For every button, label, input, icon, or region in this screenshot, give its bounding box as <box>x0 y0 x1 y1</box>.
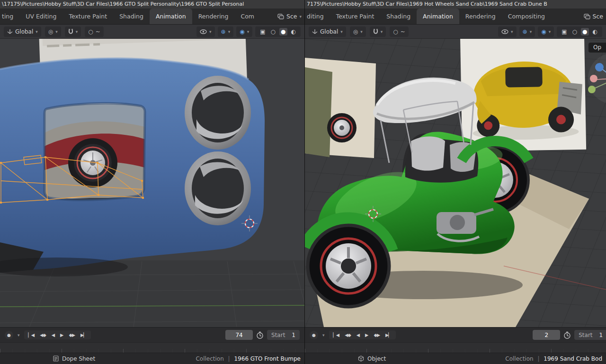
tab-uv-editing-partial[interactable]: diting <box>305 9 330 24</box>
proportional-editing-controls[interactable]: ○ ~ <box>390 27 409 37</box>
scene-selector[interactable]: Sce ▾ <box>275 9 304 24</box>
gizmo-icon: ⊕ <box>221 29 226 35</box>
jump-to-end-button[interactable]: ▶▏ <box>383 331 394 338</box>
statusbar: Object Collection | 1969 Sand Crab Bod <box>305 353 606 364</box>
window-title: \17175\Pictures\Hobby Stuff\3D Car Files… <box>0 0 304 9</box>
pivot-point-dropdown[interactable]: ◎ ▾ <box>350 27 366 37</box>
window-title: 7175\Pictures\Hobby Stuff\3D Car Files\1… <box>305 0 606 9</box>
active-object-breadcrumb: Collection | 1969 Sand Crab Bod <box>505 355 602 362</box>
tab-uv-editing[interactable]: UV Editing <box>19 9 62 24</box>
magnet-icon <box>373 28 378 35</box>
xray-toggle[interactable]: ▣ <box>258 28 267 36</box>
gizmos-dropdown[interactable]: ⊕ ▾ <box>218 27 234 37</box>
visibility-dropdown[interactable]: ▾ <box>196 27 215 37</box>
workspace-tabbar: ting UV Editing Texture Paint Shading An… <box>0 9 304 25</box>
tab-shading[interactable]: Shading <box>113 9 150 24</box>
play-reverse-button[interactable]: ◀ <box>354 331 362 338</box>
dopesheet-ruler[interactable] <box>305 342 606 353</box>
proportional-editing-controls[interactable]: ○ ~ <box>85 27 104 37</box>
magnet-icon <box>68 28 73 35</box>
tab-shading[interactable]: Shading <box>380 9 417 24</box>
shading-wireframe-button[interactable]: ○ <box>269 28 277 36</box>
breadcrumb-separator: | <box>226 355 232 362</box>
play-button[interactable]: ▶ <box>58 331 65 338</box>
overlays-dropdown[interactable]: ◉ ▾ <box>236 27 252 37</box>
xray-toggle[interactable]: ▣ <box>560 28 568 36</box>
mode-label[interactable]: Object <box>367 355 386 362</box>
pivot-icon: ◎ <box>48 29 53 35</box>
snap-controls[interactable]: ▾ <box>370 27 386 37</box>
3d-scene-gto[interactable]: GTO <box>0 39 304 327</box>
viewport-header-right: ▾ ⊕ ▾ ◉ ▾ ▣ ○ ● ◐ <box>196 27 301 37</box>
frame-start-field[interactable]: Start 1 <box>267 330 300 340</box>
clock-icon <box>256 331 264 339</box>
tab-animation[interactable]: Animation <box>417 9 459 24</box>
tab-texture-paint[interactable]: Texture Paint <box>330 9 381 24</box>
blender-window-sandcrab: 7175\Pictures\Hobby Stuff\3D Car Files\1… <box>304 0 606 364</box>
3d-scene-sandcrab[interactable] <box>305 39 606 327</box>
visibility-dropdown[interactable]: ▾ <box>498 27 517 37</box>
tab-animation[interactable]: Animation <box>150 9 192 24</box>
shading-material-button[interactable]: ◐ <box>290 28 297 36</box>
scene-icon <box>584 14 590 19</box>
next-keyframe-button[interactable]: ◆▶ <box>66 331 77 338</box>
previous-keyframe-button[interactable]: ◀◆ <box>342 331 353 338</box>
reference-card-left <box>305 58 376 158</box>
chevron-down-icon: ▾ <box>228 29 231 34</box>
tab-compositing[interactable]: Compositing <box>502 9 551 24</box>
gizmo-y-axis-ball[interactable] <box>588 86 596 93</box>
proportional-edit-icon: ○ <box>88 29 93 35</box>
tab-rendering[interactable]: Rendering <box>192 9 235 24</box>
orientation-axes-icon <box>312 29 318 35</box>
shading-solid-button[interactable]: ● <box>581 28 588 36</box>
transform-orientation-dropdown[interactable]: Global ▾ <box>4 27 41 37</box>
viewport-header-right: ▾ ⊕ ▾ ◉ ▾ ▣ ○ ● ◐ <box>498 27 602 37</box>
pivot-point-dropdown[interactable]: ◎ ▾ <box>45 27 61 37</box>
viewport-3d-gto[interactable]: GTO <box>0 39 304 327</box>
current-frame-field[interactable]: 2 <box>533 330 560 340</box>
breadcrumb-collection: Collection <box>196 355 223 362</box>
options-dropdown[interactable]: Op <box>588 43 606 53</box>
viewport-3d-sandcrab[interactable]: Op <box>305 39 606 327</box>
playback-controls: ▏◀ ◀◆ ◀ ▶ ◆▶ ▶▏ <box>24 330 91 339</box>
shading-material-button[interactable]: ◐ <box>591 28 599 36</box>
editor-type-label[interactable]: Dope Sheet <box>62 355 95 362</box>
keying-dropdown[interactable]: ▾ <box>321 333 326 337</box>
start-label: Start <box>271 332 285 338</box>
shading-solid-button[interactable]: ● <box>279 28 287 36</box>
shading-wireframe-button[interactable]: ○ <box>571 28 579 36</box>
current-frame-field[interactable]: 74 <box>225 330 253 340</box>
previous-keyframe-button[interactable]: ◀◆ <box>37 331 48 338</box>
eye-icon <box>501 29 508 34</box>
breadcrumb-separator: | <box>535 355 542 362</box>
tab-rendering[interactable]: Rendering <box>459 9 502 24</box>
overlays-icon: ◉ <box>240 29 244 35</box>
keying-dropdown[interactable]: ▾ <box>17 333 21 337</box>
gizmo-x-axis-ball[interactable] <box>590 75 597 82</box>
auto-keyframe-button[interactable]: ● <box>5 331 13 339</box>
breadcrumb-collection: Collection <box>505 355 533 362</box>
tab-compositing-partial[interactable]: Com <box>234 9 260 24</box>
jump-to-start-button[interactable]: ▏◀ <box>26 331 37 338</box>
play-reverse-button[interactable]: ◀ <box>49 331 57 338</box>
gizmo-z-axis-ball[interactable] <box>595 63 604 71</box>
gizmos-dropdown[interactable]: ⊕ ▾ <box>519 27 535 37</box>
auto-keyframe-button[interactable]: ● <box>310 331 318 339</box>
snap-controls[interactable]: ▾ <box>65 27 81 37</box>
chevron-down-icon: ▾ <box>360 29 363 34</box>
frame-start-field[interactable]: Start 1 <box>574 330 606 340</box>
card-photo-gto <box>44 104 145 198</box>
blender-window-gto: \17175\Pictures\Hobby Stuff\3D Car Files… <box>0 0 304 364</box>
transform-orientation-dropdown[interactable]: Global ▾ <box>309 27 346 37</box>
tab-sculpting-partial[interactable]: ting <box>0 9 19 24</box>
breadcrumb-object: 1966 GTO Front Bumpe <box>234 355 301 362</box>
jump-to-end-button[interactable]: ▶▏ <box>78 331 89 338</box>
overlays-dropdown[interactable]: ◉ ▾ <box>538 27 554 37</box>
scene-selector[interactable]: Sce <box>581 9 606 24</box>
jump-to-start-button[interactable]: ▏◀ <box>331 331 342 338</box>
play-button[interactable]: ▶ <box>363 331 370 338</box>
tab-texture-paint[interactable]: Texture Paint <box>62 9 113 24</box>
orientation-axes-icon <box>7 29 13 35</box>
dopesheet-ruler[interactable] <box>0 342 304 353</box>
next-keyframe-button[interactable]: ◆▶ <box>371 331 382 338</box>
